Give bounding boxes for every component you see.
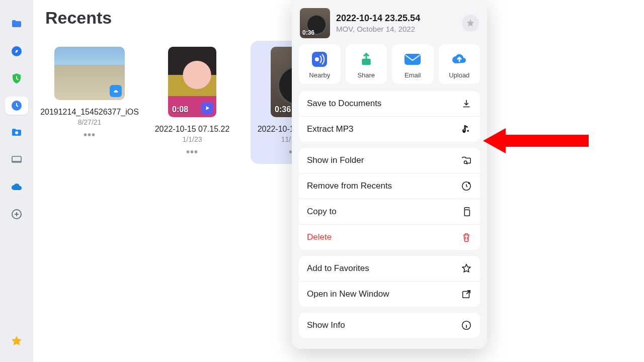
file-name: 2022-10-15 07.15.22 — [155, 124, 230, 134]
sidebar-item-add[interactable] — [5, 205, 28, 223]
show-info-row[interactable]: Show Info — [299, 313, 480, 338]
menu-section: Show Info — [299, 313, 480, 338]
more-icon[interactable]: ••• — [84, 129, 96, 141]
panel-subtitle: MOV, October 14, 2022 — [336, 25, 456, 33]
file-date: 8/27/21 — [78, 118, 102, 126]
duration-label: 0:08 — [172, 105, 188, 114]
compass-icon — [11, 45, 23, 57]
clock-icon — [11, 100, 23, 112]
duration-label: 0:36 — [302, 29, 314, 36]
row-label: Copy to — [307, 207, 337, 217]
copy-to-row[interactable]: Copy to — [299, 199, 480, 225]
share-label: Upload — [449, 71, 469, 79]
download-icon — [461, 98, 472, 109]
svg-point-9 — [463, 130, 466, 133]
context-panel: 0:36 2022-10-14 23.25.54 MOV, October 14… — [292, 0, 487, 349]
row-label: Remove from Recents — [307, 181, 392, 191]
nearby-share-button[interactable]: Nearby — [299, 44, 341, 84]
row-label: Show Info — [307, 320, 345, 330]
info-icon — [461, 320, 472, 331]
svg-rect-12 — [464, 210, 469, 216]
menu-section: Add to Favorites Open in New Window — [299, 256, 480, 307]
row-label: Extract MP3 — [307, 124, 354, 134]
sidebar-item-favorites[interactable] — [5, 332, 28, 350]
delete-row[interactable]: Delete — [299, 225, 480, 250]
play-badge-icon — [201, 102, 213, 114]
sidebar-item-cloud[interactable] — [5, 178, 28, 196]
cloud-upload-icon — [450, 50, 468, 68]
file-date: 1/1/23 — [183, 135, 202, 143]
file-name: 20191214_154526377_iOS — [40, 107, 139, 117]
share-row: Nearby Share Email Upload — [299, 44, 480, 84]
row-label: Show in Folder — [307, 155, 364, 165]
copy-icon — [461, 206, 472, 217]
share-button[interactable]: Share — [346, 44, 387, 84]
app-folder-icon — [11, 127, 23, 139]
add-favorites-row[interactable]: Add to Favorites — [299, 256, 480, 282]
menu-section: Save to Documents Extract MP3 — [299, 91, 480, 142]
plus-icon — [11, 208, 23, 220]
sidebar-item-apps[interactable] — [5, 124, 28, 142]
folder-icon — [11, 18, 23, 30]
trash-icon — [461, 232, 472, 243]
sidebar-item-computer[interactable] — [5, 151, 28, 169]
save-documents-row[interactable]: Save to Documents — [299, 91, 480, 117]
email-button[interactable]: Email — [392, 44, 434, 84]
nearby-icon — [310, 50, 329, 68]
file-thumbnail: 0:08 — [168, 47, 216, 117]
more-icon[interactable]: ••• — [186, 146, 198, 158]
file-thumbnail — [54, 47, 125, 100]
svg-point-10 — [464, 161, 467, 164]
external-icon — [461, 289, 472, 300]
row-label: Save to Documents — [307, 99, 381, 109]
svg-point-6 — [315, 57, 319, 61]
duration-label: 0:36 — [275, 105, 291, 114]
share-label: Email — [405, 71, 421, 79]
panel-header: 0:36 2022-10-14 23.25.54 MOV, October 14… — [299, 8, 480, 44]
row-label: Add to Favorites — [307, 263, 369, 274]
svg-point-2 — [15, 131, 18, 134]
folder-search-icon — [461, 155, 472, 166]
shield-icon — [11, 72, 23, 84]
menu-section: Show in Folder Remove from Recents Copy … — [299, 148, 480, 250]
remove-recents-row[interactable]: Remove from Recents — [299, 173, 480, 199]
clock-x-icon — [461, 180, 472, 192]
music-icon — [461, 124, 472, 135]
favorite-toggle[interactable] — [462, 15, 479, 32]
sidebar-item-browser[interactable] — [5, 42, 28, 60]
open-new-window-row[interactable]: Open in New Window — [299, 282, 480, 307]
computer-icon — [11, 154, 23, 166]
mail-icon — [404, 50, 422, 68]
svg-rect-8 — [405, 54, 421, 65]
file-tile[interactable]: 0:08 2022-10-15 07.15.22 1/1/23 ••• — [148, 41, 236, 164]
cloud-badge-icon — [110, 85, 122, 97]
svg-rect-5 — [312, 52, 327, 67]
share-label: Share — [357, 71, 375, 79]
star-icon — [11, 335, 23, 347]
sidebar-item-files[interactable] — [5, 15, 28, 33]
star-icon — [465, 18, 475, 28]
svg-rect-7 — [362, 59, 371, 65]
show-folder-row[interactable]: Show in Folder — [299, 148, 480, 173]
sidebar-item-recents[interactable] — [5, 97, 28, 115]
cloud-icon — [11, 181, 23, 193]
row-label: Delete — [307, 232, 332, 242]
share-label: Nearby — [309, 71, 330, 79]
sidebar-item-security[interactable] — [5, 69, 28, 87]
panel-title: 2022-10-14 23.25.54 — [336, 13, 456, 24]
panel-thumbnail: 0:36 — [300, 8, 330, 38]
file-tile[interactable]: 20191214_154526377_iOS 8/27/21 ••• — [45, 41, 134, 164]
upload-button[interactable]: Upload — [439, 44, 480, 84]
row-label: Open in New Window — [307, 289, 389, 299]
extract-mp3-row[interactable]: Extract MP3 — [299, 117, 480, 142]
share-icon — [357, 50, 375, 68]
sidebar — [0, 0, 33, 362]
star-outline-icon — [461, 263, 472, 274]
